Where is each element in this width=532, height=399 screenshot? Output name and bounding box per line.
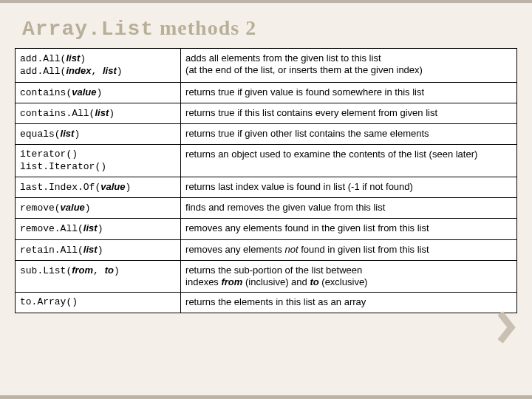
method-cell: contains.All(list) xyxy=(16,103,181,123)
table-row: remove(value)finds and removes the given… xyxy=(16,198,517,219)
table-row: contains(value)returns true if given val… xyxy=(16,82,517,103)
method-cell: last.Index.Of(value) xyxy=(16,177,181,197)
table-row: sub.List(from, to)returns the sub-portio… xyxy=(16,260,517,293)
title-rest: methods 2 xyxy=(154,16,256,39)
table-row: equals(list)returns true if given other … xyxy=(16,124,517,145)
desc-cell: returns the sub-portion of the list betw… xyxy=(181,260,517,293)
desc-cell: returns true if given value is found som… xyxy=(181,82,517,103)
table-row: remove.All(list)removes any elements fou… xyxy=(16,219,517,239)
table-row: retain.All(list)removes any elements not… xyxy=(16,239,517,260)
method-cell: iterator()list.Iterator() xyxy=(16,145,181,177)
table-row: add.All(list)add.All(index, list)adds al… xyxy=(16,49,517,83)
chevron-right-icon xyxy=(498,311,519,344)
method-cell: add.All(list)add.All(index, list) xyxy=(16,49,181,83)
method-cell: contains(value) xyxy=(16,82,181,103)
desc-cell: returns the elements in this list as an … xyxy=(181,293,517,313)
desc-cell: finds and removes the given value from t… xyxy=(181,198,517,219)
method-cell: remove(value) xyxy=(16,198,181,219)
table-row: iterator()list.Iterator()returns an obje… xyxy=(16,145,517,177)
desc-cell: returns true if given other list contain… xyxy=(181,124,517,145)
method-cell: sub.List(from, to) xyxy=(16,260,181,293)
desc-cell: removes any elements found in the given … xyxy=(181,219,517,239)
desc-cell: returns an object used to examine the co… xyxy=(181,145,517,177)
methods-table-body: add.All(list)add.All(index, list)adds al… xyxy=(16,49,517,313)
table-row: to.Array()returns the elements in this l… xyxy=(16,293,517,313)
desc-cell: adds all elements from the given list to… xyxy=(181,49,517,83)
method-cell: remove.All(list) xyxy=(16,219,181,239)
table-row: contains.All(list)returns true if this l… xyxy=(16,103,517,123)
desc-cell: returns last index value is found in lis… xyxy=(181,177,517,197)
method-cell: equals(list) xyxy=(16,124,181,145)
desc-cell: returns true if this list contains every… xyxy=(181,103,517,123)
methods-table: add.All(list)add.All(index, list)adds al… xyxy=(15,48,517,313)
slide-title: Array.List methods 2 xyxy=(0,10,532,48)
title-mono: Array.List xyxy=(22,18,154,41)
table-row: last.Index.Of(value)returns last index v… xyxy=(16,177,517,197)
method-cell: retain.All(list) xyxy=(16,239,181,260)
desc-cell: removes any elements not found in given … xyxy=(181,239,517,260)
method-cell: to.Array() xyxy=(16,293,181,313)
